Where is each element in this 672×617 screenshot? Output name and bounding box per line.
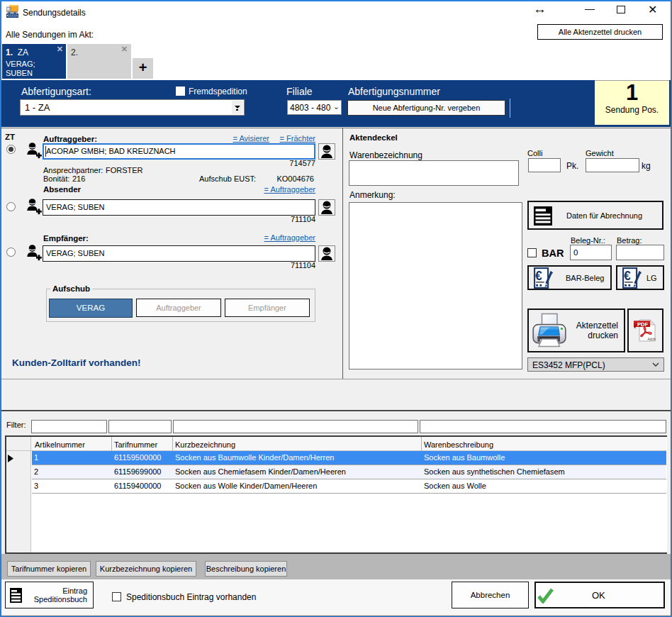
svg-text:€: € — [535, 269, 542, 283]
svg-text:€: € — [624, 269, 631, 283]
svg-text:PDF: PDF — [637, 321, 649, 328]
svg-text:Adobe: Adobe — [647, 338, 656, 341]
